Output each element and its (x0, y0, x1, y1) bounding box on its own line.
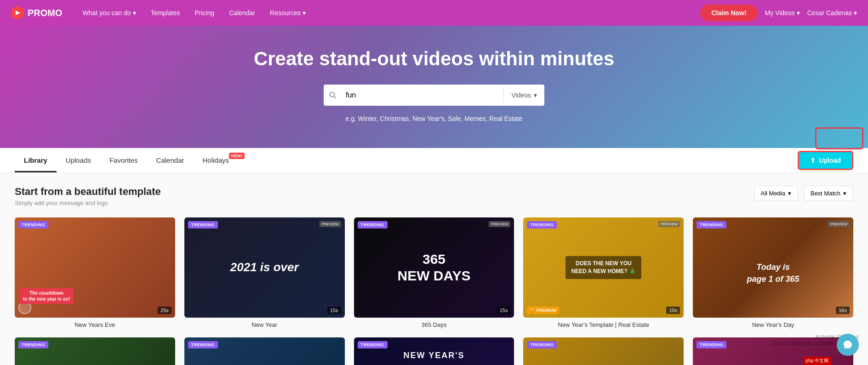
suggestion-realestate[interactable]: Real Estate (489, 115, 522, 122)
search-input[interactable] (342, 85, 503, 106)
upload-button[interactable]: ⬆ Upload (798, 151, 853, 170)
section-title: Start from a beautiful template (15, 186, 161, 198)
chevron-down-icon: ▾ (303, 9, 306, 17)
search-icon (324, 91, 342, 99)
hero-title: Create stand-out videos within minutes (0, 48, 868, 70)
svg-marker-0 (16, 11, 20, 15)
all-media-dropdown[interactable]: All Media ▾ (754, 186, 798, 201)
trending-badge-6: TRENDING (18, 341, 48, 348)
video-card-4[interactable]: DOES THE NEW YOUNEED A NEW HOME? 🎄 TREND… (523, 217, 684, 328)
tab-holidays[interactable]: Holidays NEW! (193, 148, 243, 172)
suggestion-winter[interactable]: Winter, (358, 115, 378, 122)
nav-item-resources[interactable]: Resources ▾ (264, 6, 311, 20)
section-header: Start from a beautiful template Simply a… (15, 186, 853, 206)
video-thumb-7: TRENDING (184, 337, 345, 365)
video-card-9[interactable]: TRENDING (523, 337, 684, 365)
video-thumb-2: 2021 is over TRENDING 15s PREVIEW (184, 217, 345, 318)
video-title-2: New Year (184, 321, 345, 328)
video-card-1[interactable]: The countdownto the new year is on! TREN… (15, 217, 175, 328)
preview-badge-5: PREVIEW (828, 221, 850, 227)
tab-uploads[interactable]: Uploads (57, 148, 100, 172)
claim-now-button[interactable]: Claim Now! (700, 5, 757, 21)
search-type-dropdown[interactable]: Videos ▾ (504, 91, 544, 99)
nav-item-templates[interactable]: Templates (145, 6, 186, 20)
video-thumb-8: NEW YEAR'S TRENDING (354, 337, 514, 365)
content-area: Library Uploads Favorites Calendar Holid… (0, 148, 868, 365)
chevron-down-icon: ▾ (534, 91, 537, 99)
chevron-down-icon: ▾ (854, 9, 857, 17)
thumb-bg-4: DOES THE NEW YOUNEED A NEW HOME? 🎄 (523, 217, 684, 318)
suggestion-sale[interactable]: Sale, (448, 115, 463, 122)
suggestion-memes[interactable]: Memes, (464, 115, 487, 122)
nav-item-pricing[interactable]: Pricing (189, 6, 220, 20)
chevron-down-icon: ▾ (133, 9, 136, 17)
video-thumb-5: Today ispage 1 of 365 TRENDING 16s PREVI… (693, 217, 853, 318)
logo-icon (11, 6, 24, 19)
chat-bubble[interactable] (837, 334, 859, 356)
preview-badge-2: PREVIEW (320, 221, 341, 227)
video-card-7[interactable]: TRENDING (184, 337, 345, 365)
best-match-dropdown[interactable]: Best Match ▾ (804, 186, 853, 201)
video-grid-row1: The countdownto the new year is on! TREN… (15, 217, 853, 328)
user-menu[interactable]: Cesar Cadenas ▾ (807, 9, 857, 17)
video-card-3[interactable]: 365 NEW DAYS TRENDING 15s PREVIEW 365 Da… (354, 217, 514, 328)
suggestion-newyears[interactable]: New Year's, (412, 115, 446, 122)
tab-library[interactable]: Library (15, 148, 57, 172)
logo[interactable]: PROMO (11, 6, 63, 19)
tabs-bar: Library Uploads Favorites Calendar Holid… (0, 148, 868, 173)
section-subtitle: Simply add your message and logo (15, 200, 161, 206)
section-title-area: Start from a beautiful template Simply a… (15, 186, 161, 206)
video-card-5[interactable]: Today ispage 1 of 365 TRENDING 16s PREVI… (693, 217, 853, 328)
video-thumb-4: DOES THE NEW YOUNEED A NEW HOME? 🎄 TREND… (523, 217, 684, 318)
video-thumb-1: The countdownto the new year is on! TREN… (15, 217, 175, 318)
video-card-2[interactable]: 2021 is over TRENDING 15s PREVIEW New Ye… (184, 217, 345, 328)
trending-badge-9: TRENDING (527, 341, 557, 348)
premium-badge-4: 🏆 PREMIUM (527, 307, 559, 314)
thumb-bg-2: 2021 is over (184, 217, 345, 318)
my-videos-link[interactable]: My Videos ▾ (765, 9, 800, 17)
trending-badge-1: TRENDING (18, 221, 48, 228)
thumb-bg-5: Today ispage 1 of 365 (693, 217, 853, 318)
trending-badge-2: TRENDING (188, 221, 218, 228)
video-title-4: New Year's Template | Real Estate (523, 321, 684, 328)
navbar: PROMO What you can do ▾ Templates Pricin… (0, 0, 868, 26)
video-grid-row2: TRENDING TRENDING NEW YEAR'S TRENDING (15, 337, 853, 365)
trending-badge-7: TRENDING (188, 341, 218, 348)
section-controls: All Media ▾ Best Match ▾ (754, 186, 854, 201)
chevron-down-icon: ▾ (797, 9, 800, 17)
upload-icon: ⬆ (810, 157, 816, 164)
video-card-8[interactable]: NEW YEAR'S TRENDING (354, 337, 514, 365)
search-bar: Videos ▾ (324, 85, 544, 106)
trending-badge-8: TRENDING (358, 341, 388, 348)
duration-badge-4: 10s (666, 307, 680, 314)
video-thumb-6: TRENDING (15, 337, 175, 365)
suggestion-christmas[interactable]: Christmas, (380, 115, 411, 122)
template-section: Start from a beautiful template Simply a… (0, 173, 868, 365)
video-title-3: 365 Days (354, 321, 514, 328)
tab-favorites[interactable]: Favorites (100, 148, 147, 172)
video-title-5: New Year's Day (693, 321, 853, 328)
video-card-6[interactable]: TRENDING (15, 337, 175, 365)
trending-badge-4: TRENDING (527, 221, 557, 228)
card1-overlay: The countdownto the new year is on! (19, 288, 74, 304)
video-title-1: New Years Eve (15, 321, 175, 328)
logo-text: PROMO (28, 8, 63, 18)
duration-badge-2: 15s (327, 307, 341, 314)
svg-line-2 (334, 97, 337, 99)
duration-badge-1: 25s (158, 307, 171, 314)
preview-badge-4: PREVIEW (658, 221, 680, 227)
nav-item-calendar[interactable]: Calendar (223, 6, 261, 20)
video-thumb-3: 365 NEW DAYS TRENDING 15s PREVIEW (354, 217, 514, 318)
trending-badge-10: TRENDING (697, 341, 726, 348)
php-badge: php 中文网 (803, 357, 831, 365)
duration-badge-3: 15s (497, 307, 511, 314)
nav-item-what[interactable]: What you can do ▾ (77, 6, 142, 20)
video-thumb-9: TRENDING (523, 337, 684, 365)
tab-calendar[interactable]: Calendar (147, 148, 194, 172)
search-suggestions: e.g. Winter, Christmas, New Year's, Sale… (0, 115, 868, 122)
trending-badge-5: TRENDING (697, 221, 726, 228)
hero-section: Create stand-out videos within minutes V… (0, 26, 868, 148)
nav-right: Claim Now! My Videos ▾ Cesar Cadenas ▾ (700, 5, 857, 21)
chevron-down-icon: ▾ (843, 190, 846, 197)
trending-badge-3: TRENDING (358, 221, 388, 228)
